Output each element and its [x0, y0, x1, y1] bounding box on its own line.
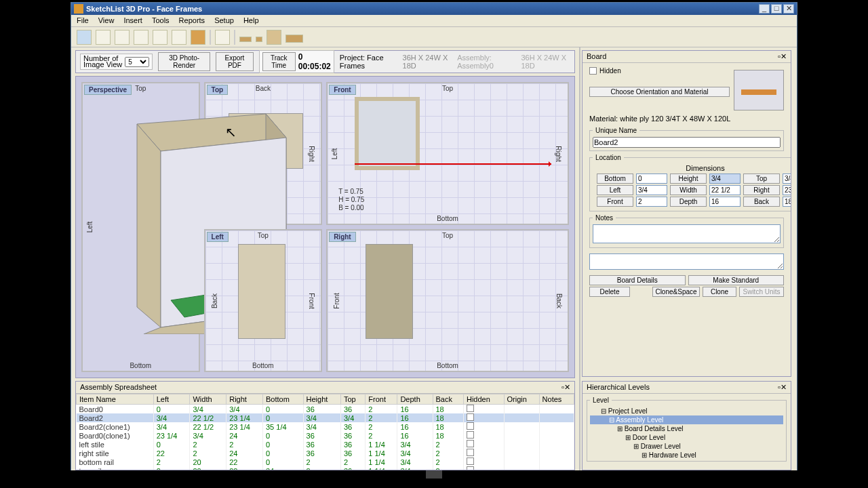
- unique-name-input[interactable]: [593, 137, 781, 148]
- menu-reports[interactable]: Reports: [179, 16, 205, 25]
- hidden-checkbox[interactable]: [589, 67, 597, 75]
- toolbar-open-icon[interactable]: [77, 30, 92, 45]
- app-window: SketchList 3D Pro - Face Frames _ □ ✕ Fi…: [71, 2, 797, 474]
- panel-close-icon[interactable]: ✕: [781, 52, 787, 61]
- front-input[interactable]: [636, 197, 667, 207]
- right-button[interactable]: Right: [743, 185, 780, 195]
- table-row[interactable]: Board003/43/40363621618: [77, 405, 574, 414]
- table-row[interactable]: Board23/422 1/223 1/403/43/421618: [77, 413, 574, 422]
- spreadsheet-table[interactable]: Item NameLeftWidthRightBottomHeightTopFr…: [76, 394, 574, 470]
- photorender-button[interactable]: 3D Photo-Render: [158, 52, 210, 71]
- left-button[interactable]: Left: [597, 185, 633, 195]
- bottom-input[interactable]: [636, 174, 667, 184]
- view-left[interactable]: Left Top Bottom Back Front: [204, 229, 323, 372]
- depth-input[interactable]: [709, 197, 741, 207]
- table-row[interactable]: Board0(clone1)23 1/43/4240363621618: [77, 431, 574, 440]
- clone-button[interactable]: Clone: [703, 287, 736, 297]
- bottom-button[interactable]: Bottom: [597, 174, 633, 184]
- tree-item[interactable]: ⊞ Hardware Level: [590, 451, 783, 460]
- view-right[interactable]: Right Top Bottom Front Back: [326, 229, 569, 372]
- assembly-label: Assembly: Assembly0: [457, 54, 515, 70]
- menu-tools[interactable]: Tools: [152, 16, 170, 25]
- extra-input[interactable]: [589, 253, 784, 270]
- hidden-label: Hidden: [599, 67, 621, 75]
- toolbar-grid-icon[interactable]: [172, 30, 186, 45]
- tree-item[interactable]: ⊟ Assembly Level: [590, 415, 783, 424]
- app-icon: [74, 4, 83, 14]
- clonespace-button[interactable]: Clone&Space: [652, 287, 700, 297]
- maximize-button[interactable]: □: [771, 4, 782, 14]
- spreadsheet-title: Assembly Spreadsheet: [80, 383, 561, 392]
- switch-units-button[interactable]: Switch Units: [739, 287, 784, 297]
- view-tag: Front: [329, 85, 356, 95]
- panel-close-icon[interactable]: ✕: [564, 383, 570, 392]
- infobar: Number of Image View 5 3D Photo-Render E…: [75, 50, 575, 73]
- table-row[interactable]: top rail22022342361 1/43/42: [77, 466, 574, 470]
- left-input[interactable]: [636, 185, 667, 195]
- top-button[interactable]: Top: [743, 174, 780, 184]
- close-button[interactable]: ✕: [783, 4, 794, 14]
- spreadsheet-panel: Assembly Spreadsheet ▫ ✕ Item NameLeftWi…: [75, 381, 575, 470]
- toolbar-separator: [210, 30, 211, 45]
- hierarchical-panel: Hierarchical Levels ▫ ✕ Level ⊟ Project …: [582, 381, 791, 470]
- notes-input[interactable]: [593, 224, 781, 243]
- views-grid: Top Back Front Left Right Front Top Bott…: [75, 76, 575, 378]
- table-row[interactable]: right stile22224036361 1/43/42: [77, 449, 574, 458]
- panel-close-icon[interactable]: ✕: [781, 383, 787, 392]
- menu-setup[interactable]: Setup: [214, 16, 234, 25]
- app-title: SketchList 3D Pro - Face Frames: [86, 5, 759, 13]
- menu-insert[interactable]: Insert: [123, 16, 142, 25]
- delete-button[interactable]: Delete: [589, 287, 630, 297]
- tree-item[interactable]: ⊞ Board Details Level: [590, 424, 783, 433]
- back-input[interactable]: [783, 197, 791, 207]
- toolbar: [71, 27, 797, 47]
- toolbar-board-icon[interactable]: [191, 30, 205, 45]
- imageview-select[interactable]: 5: [125, 57, 149, 67]
- toolbar-undo-icon[interactable]: [115, 30, 130, 45]
- project-dims: 36H X 24W X 18D: [403, 54, 452, 70]
- tree-item[interactable]: ⊟ Project Level: [590, 407, 783, 415]
- table-row[interactable]: left stile022036361 1/43/42: [77, 440, 574, 449]
- view-tag: Right: [329, 232, 356, 242]
- view-tag: Left: [207, 232, 229, 242]
- menu-file[interactable]: File: [77, 16, 89, 25]
- menu-help[interactable]: Help: [243, 16, 259, 25]
- table-row[interactable]: bottom rail220220221 1/43/42: [77, 458, 574, 466]
- view-front[interactable]: Front Top Bottom Left Right T = 0.75 H =…: [326, 82, 569, 225]
- board-panel-title: Board: [587, 52, 778, 61]
- hier-title: Hierarchical Levels: [587, 383, 778, 392]
- toolbar-layout-icon[interactable]: [215, 30, 230, 45]
- view-perspective[interactable]: Perspective Top Bottom Left Right: [81, 82, 200, 372]
- menubar: File View Insert Tools Reports Setup Hel…: [71, 15, 797, 27]
- height-input[interactable]: [709, 174, 741, 184]
- toolbar-shape4-icon[interactable]: [285, 35, 303, 43]
- toolbar-shape1-icon[interactable]: [239, 37, 252, 42]
- width-input[interactable]: [709, 185, 741, 195]
- width-button[interactable]: Width: [670, 185, 707, 195]
- toolbar-redo-icon[interactable]: [134, 30, 149, 45]
- toolbar-separator: [234, 30, 235, 45]
- table-row[interactable]: Board2(clone1)3/422 1/223 1/435 1/43/436…: [77, 422, 574, 431]
- right-input[interactable]: [783, 185, 791, 195]
- depth-button[interactable]: Depth: [670, 197, 707, 207]
- toolbar-save-icon[interactable]: [96, 30, 111, 45]
- tree-item[interactable]: ⊞ Drawer Level: [590, 442, 783, 451]
- make-standard-button[interactable]: Make Standard: [688, 275, 785, 285]
- hierarchical-tree[interactable]: ⊟ Project Level⊟ Assembly Level⊞ Board D…: [590, 407, 783, 460]
- board-details-button[interactable]: Board Details: [589, 275, 686, 285]
- exportpdf-button[interactable]: Export PDF: [216, 52, 254, 71]
- project-label: Project: Face Frames: [340, 54, 397, 70]
- back-button[interactable]: Back: [743, 197, 780, 207]
- toolbar-shape3-icon[interactable]: [267, 30, 281, 45]
- top-input[interactable]: [783, 174, 791, 184]
- front-button[interactable]: Front: [597, 197, 633, 207]
- menu-view[interactable]: View: [98, 16, 115, 25]
- toolbar-shape2-icon[interactable]: [256, 37, 262, 42]
- tracktime-button[interactable]: Track Time: [262, 52, 296, 71]
- imageview-label: Number of Image View: [83, 56, 122, 68]
- height-button[interactable]: Height: [670, 174, 707, 184]
- minimize-button[interactable]: _: [759, 4, 770, 14]
- choose-material-button[interactable]: Choose Orientation and Material: [589, 87, 730, 97]
- tree-item[interactable]: ⊞ Door Level: [590, 433, 783, 442]
- toolbar-circle-icon[interactable]: [153, 30, 167, 45]
